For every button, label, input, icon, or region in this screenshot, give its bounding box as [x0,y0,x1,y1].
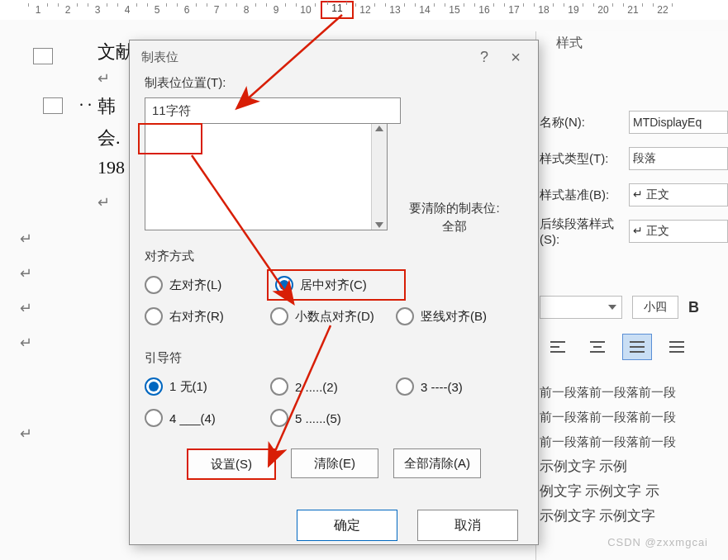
dialog-titlebar[interactable]: 制表位 ? × [130,40,538,74]
name-field[interactable]: MTDisplayEq [629,111,728,134]
doc-text: 198 [98,157,125,178]
align-center-radio[interactable]: 居中对齐(C) [267,269,406,301]
ruler-tick: 10 [291,4,321,16]
chevron-down-icon [608,305,616,310]
ruler-tick: 17 [499,4,529,16]
align-justify-button[interactable] [622,334,652,360]
ruler-tick: 6 [172,4,202,16]
help-icon[interactable]: ? [469,45,500,69]
leader-title: 引导符 [145,350,523,366]
base-field[interactable]: ↵ 正文 [629,183,728,206]
cancel-button[interactable]: 取消 [417,510,518,541]
tab-position-input[interactable]: 11字符 [145,97,401,124]
type-label: 样式类型(T): [536,151,629,167]
outline-handle[interactable] [33,48,53,64]
ruler-tick: 19 [559,4,588,16]
align-center-button[interactable] [583,334,612,360]
paragraph-mark-icon: ↵ [20,264,32,282]
base-label: 样式基准(B): [536,187,629,203]
alignment-title: 对齐方式 [145,249,523,264]
doc-text: 会. [98,126,121,150]
ruler-tick: 13 [380,4,410,16]
tab-position-value: 11字符 [152,103,191,119]
scroll-down-icon[interactable] [375,222,383,228]
ruler-tick: 15 [440,4,469,16]
ruler-tick: 20 [588,4,618,16]
paragraph-mark-icon: ↵ [98,193,110,211]
leader-5-radio[interactable]: 5 ......(5) [270,402,396,434]
default-clear-value: 全部 [401,217,508,235]
scroll-up-icon[interactable] [375,126,383,131]
close-icon[interactable]: × [500,45,531,69]
leader-4-radio[interactable]: 4 ___(4) [145,402,270,434]
ruler-tick: 2 [53,4,83,16]
type-field[interactable]: 段落 [629,147,728,170]
para-field[interactable]: ↵ 正文 [629,220,728,243]
outline-handle[interactable] [43,97,63,114]
name-label: 名称(N): [536,115,629,131]
ruler-tick: 22 [648,4,678,16]
doc-text: 韩 [98,94,116,119]
paragraph-mark-icon: ↵ [20,425,32,443]
ruler[interactable]: 12345678910111213141516171819202122 [0,0,728,21]
paragraph-mark-icon: ↵ [20,334,32,352]
paragraph-mark-icon: ↵ [98,69,110,88]
ruler-tick: 7 [202,4,231,16]
ruler-tick: 16 [469,4,499,16]
leader-group: 1 无(1) 2 .....(2) 3 ----(3) 4 ___(4) 5 .… [145,371,523,434]
align-bar-radio[interactable]: 竖线对齐(B) [396,301,521,332]
style-panel: 样式 名称(N):MTDisplayEq 样式类型(T):段落 样式基准(B):… [535,31,728,560]
leader-3-radio[interactable]: 3 ----(3) [396,371,521,402]
ruler-tick: 11 [321,1,354,19]
ruler-tick: 3 [83,4,112,16]
ruler-tick: 21 [618,4,648,16]
font-size-field[interactable]: 小四 [632,296,678,319]
ruler-tick: 9 [261,4,291,16]
ok-button[interactable]: 确定 [297,510,397,541]
bold-button[interactable]: B [688,299,699,316]
default-clear: 要清除的制表位: 全部 [401,199,508,235]
font-dropdown[interactable] [540,296,622,319]
align-left-button[interactable] [543,334,573,360]
align-right-radio[interactable]: 右对齐(R) [145,301,270,332]
default-clear-label: 要清除的制表位: [401,199,508,217]
align-decimal-radio[interactable]: 小数点对齐(D) [270,301,396,332]
scrollbar[interactable] [371,124,387,230]
ruler-tick: 5 [142,4,172,16]
watermark: CSDN @zxxmgcai [607,536,708,548]
clear-button[interactable]: 清除(E) [291,448,378,478]
alignment-group: 左对齐(L) 居中对齐(C) 右对齐(R) 小数点对齐(D) 竖线对齐(B) [145,269,523,332]
annotation-box [138,123,202,154]
tab-position-label: 制表位位置(T): [145,75,523,91]
align-distribute-button[interactable] [662,334,692,360]
ruler-tick: 18 [529,4,559,16]
ruler-tick: 12 [350,4,380,16]
ruler-tick: 1 [23,4,53,16]
leader-2-radio[interactable]: 2 .....(2) [270,371,396,402]
style-preview: 前一段落前一段落前一段 前一段落前一段落前一段 前一段落前一段落前一段 示例文字… [536,380,728,529]
align-toolbar [543,334,728,360]
paragraph-mark-icon: ↵ [20,299,32,317]
doc-text: · · [79,96,92,115]
ruler-tick: 4 [112,4,142,16]
clear-all-button[interactable]: 全部清除(A) [393,448,481,478]
dialog-title: 制表位 [141,50,178,65]
paragraph-mark-icon: ↵ [20,230,32,248]
set-button[interactable]: 设置(S) [187,448,276,480]
panel-header: 样式 [536,35,728,58]
leader-1-radio[interactable]: 1 无(1) [145,371,270,402]
para-label: 后续段落样式(S): [536,216,629,246]
ruler-tick: 14 [410,4,440,16]
ruler-tick: 8 [231,4,261,16]
tabs-dialog: 制表位 ? × 制表位位置(T): 11字符 要清除的制表位: 全部 对齐方式 … [129,40,539,545]
align-left-radio[interactable]: 左对齐(L) [145,269,270,301]
